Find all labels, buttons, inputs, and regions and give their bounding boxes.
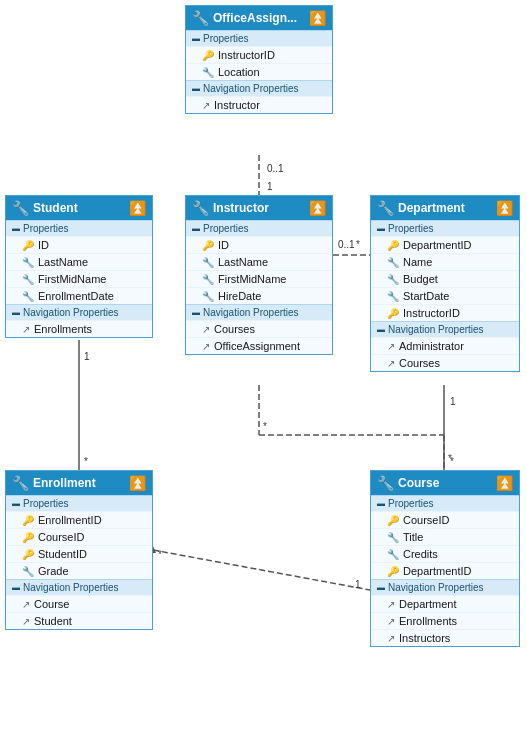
expand-icon-office-assignment[interactable]: ⏫ bbox=[309, 10, 326, 26]
nav-icon-enrollment-course: ↗ bbox=[22, 599, 30, 610]
key-icon-oa-instructorid: 🔑 bbox=[202, 50, 214, 61]
entity-enrollment[interactable]: 🔧 Enrollment ⏫ Properties 🔑 EnrollmentID… bbox=[5, 470, 153, 630]
svg-text:1: 1 bbox=[267, 181, 273, 192]
key-icon-student-id: 🔑 bbox=[22, 240, 34, 251]
svg-text:*: * bbox=[356, 239, 360, 250]
section-properties-department: Properties bbox=[371, 220, 519, 236]
nav-icon-department-courses: ↗ bbox=[387, 358, 395, 369]
prop-icon-instructor-firstmidname: 🔧 bbox=[202, 274, 214, 285]
svg-text:*: * bbox=[158, 549, 162, 560]
expand-icon-department[interactable]: ⏫ bbox=[496, 200, 513, 216]
entity-office-assignment[interactable]: 🔧 OfficeAssign... ⏫ Properties 🔑 Instruc… bbox=[185, 5, 333, 114]
row-oa-instructorid: 🔑 InstructorID bbox=[186, 46, 332, 63]
row-oa-location: 🔧 Location bbox=[186, 63, 332, 80]
row-course-enrollments: ↗ Enrollments bbox=[371, 612, 519, 629]
row-student-lastname: 🔧 LastName bbox=[6, 253, 152, 270]
nav-icon-course-department: ↗ bbox=[387, 599, 395, 610]
svg-text:1: 1 bbox=[84, 351, 90, 362]
row-oa-instructor: ↗ Instructor bbox=[186, 96, 332, 113]
section-navprops-course: Navigation Properties bbox=[371, 579, 519, 595]
prop-icon-department-startdate: 🔧 bbox=[387, 291, 399, 302]
nav-icon-instructor-officeassignment: ↗ bbox=[202, 341, 210, 352]
entity-header-office-assignment: 🔧 OfficeAssign... ⏫ bbox=[186, 6, 332, 30]
row-student-id: 🔑 ID bbox=[6, 236, 152, 253]
prop-icon-department-budget: 🔧 bbox=[387, 274, 399, 285]
entity-icon-office-assignment: 🔧 bbox=[192, 10, 209, 26]
fk-icon-enrollment-courseid: 🔑 bbox=[22, 532, 34, 543]
fk-icon-department-instructorid: 🔑 bbox=[387, 308, 399, 319]
expand-icon-enrollment[interactable]: ⏫ bbox=[129, 475, 146, 491]
row-department-administrator: ↗ Administrator bbox=[371, 337, 519, 354]
row-department-budget: 🔧 Budget bbox=[371, 270, 519, 287]
row-course-title: 🔧 Title bbox=[371, 528, 519, 545]
fk-icon-enrollment-studentid: 🔑 bbox=[22, 549, 34, 560]
entity-header-instructor: 🔧 Instructor ⏫ bbox=[186, 196, 332, 220]
section-properties-office-assignment: Properties bbox=[186, 30, 332, 46]
prop-icon-instructor-lastname: 🔧 bbox=[202, 257, 214, 268]
row-enrollment-grade: 🔧 Grade bbox=[6, 562, 152, 579]
section-navprops-student: Navigation Properties bbox=[6, 304, 152, 320]
svg-line-17 bbox=[153, 550, 370, 590]
nav-icon-student-enrollments: ↗ bbox=[22, 324, 30, 335]
prop-icon-student-firstmidname: 🔧 bbox=[22, 274, 34, 285]
entity-title-enrollment: Enrollment bbox=[33, 476, 96, 490]
expand-icon-instructor[interactable]: ⏫ bbox=[309, 200, 326, 216]
entity-instructor[interactable]: 🔧 Instructor ⏫ Properties 🔑 ID 🔧 LastNam… bbox=[185, 195, 333, 355]
section-properties-enrollment: Properties bbox=[6, 495, 152, 511]
entity-title-student: Student bbox=[33, 201, 78, 215]
row-instructor-lastname: 🔧 LastName bbox=[186, 253, 332, 270]
row-enrollment-course: ↗ Course bbox=[6, 595, 152, 612]
row-instructor-officeassignment: ↗ OfficeAssignment bbox=[186, 337, 332, 354]
prop-icon-student-enrollmentdate: 🔧 bbox=[22, 291, 34, 302]
section-navprops-department: Navigation Properties bbox=[371, 321, 519, 337]
row-instructor-hiredate: 🔧 HireDate bbox=[186, 287, 332, 304]
expand-icon-student[interactable]: ⏫ bbox=[129, 200, 146, 216]
nav-icon-course-enrollments: ↗ bbox=[387, 616, 395, 627]
expand-icon-course[interactable]: ⏫ bbox=[496, 475, 513, 491]
prop-icon-oa-location: 🔧 bbox=[202, 67, 214, 78]
key-icon-department-departmentid: 🔑 bbox=[387, 240, 399, 251]
entity-title-instructor: Instructor bbox=[213, 201, 269, 215]
row-student-enrollments: ↗ Enrollments bbox=[6, 320, 152, 337]
prop-icon-course-credits: 🔧 bbox=[387, 549, 399, 560]
row-instructor-courses: ↗ Courses bbox=[186, 320, 332, 337]
entity-student[interactable]: 🔧 Student ⏫ Properties 🔑 ID 🔧 LastName 🔧… bbox=[5, 195, 153, 338]
row-enrollment-student: ↗ Student bbox=[6, 612, 152, 629]
svg-text:0..1: 0..1 bbox=[267, 163, 284, 174]
row-student-firstmidname: 🔧 FirstMidName bbox=[6, 270, 152, 287]
entity-title-office-assignment: OfficeAssign... bbox=[213, 11, 297, 25]
diagram-container: 0..1 1 0..1 * 1 * 1 * * * * 1 🔧 OfficeAs… bbox=[0, 0, 527, 742]
row-course-departmentid: 🔑 DepartmentID bbox=[371, 562, 519, 579]
row-enrollment-courseid: 🔑 CourseID bbox=[6, 528, 152, 545]
entity-header-enrollment: 🔧 Enrollment ⏫ bbox=[6, 471, 152, 495]
section-navprops-office-assignment: Navigation Properties bbox=[186, 80, 332, 96]
row-course-courseid: 🔑 CourseID bbox=[371, 511, 519, 528]
nav-icon-enrollment-student: ↗ bbox=[22, 616, 30, 627]
row-enrollment-enrollmentid: 🔑 EnrollmentID bbox=[6, 511, 152, 528]
section-properties-student: Properties bbox=[6, 220, 152, 236]
row-instructor-firstmidname: 🔧 FirstMidName bbox=[186, 270, 332, 287]
entity-header-course: 🔧 Course ⏫ bbox=[371, 471, 519, 495]
prop-icon-department-name: 🔧 bbox=[387, 257, 399, 268]
row-department-courses: ↗ Courses bbox=[371, 354, 519, 371]
nav-icon-course-instructors: ↗ bbox=[387, 633, 395, 644]
entity-course[interactable]: 🔧 Course ⏫ Properties 🔑 CourseID 🔧 Title… bbox=[370, 470, 520, 647]
svg-text:1: 1 bbox=[450, 396, 456, 407]
row-course-instructors: ↗ Instructors bbox=[371, 629, 519, 646]
row-department-startdate: 🔧 StartDate bbox=[371, 287, 519, 304]
entity-icon-student: 🔧 bbox=[12, 200, 29, 216]
svg-text:*: * bbox=[263, 421, 267, 432]
entity-icon-instructor: 🔧 bbox=[192, 200, 209, 216]
key-icon-course-courseid: 🔑 bbox=[387, 515, 399, 526]
entity-title-department: Department bbox=[398, 201, 465, 215]
row-course-credits: 🔧 Credits bbox=[371, 545, 519, 562]
nav-icon-oa-instructor: ↗ bbox=[202, 100, 210, 111]
entity-department[interactable]: 🔧 Department ⏫ Properties 🔑 DepartmentID… bbox=[370, 195, 520, 372]
entity-title-course: Course bbox=[398, 476, 439, 490]
section-navprops-instructor: Navigation Properties bbox=[186, 304, 332, 320]
row-department-name: 🔧 Name bbox=[371, 253, 519, 270]
svg-text:1: 1 bbox=[355, 579, 361, 590]
svg-text:*: * bbox=[450, 456, 454, 467]
fk-icon-course-departmentid: 🔑 bbox=[387, 566, 399, 577]
section-navprops-enrollment: Navigation Properties bbox=[6, 579, 152, 595]
